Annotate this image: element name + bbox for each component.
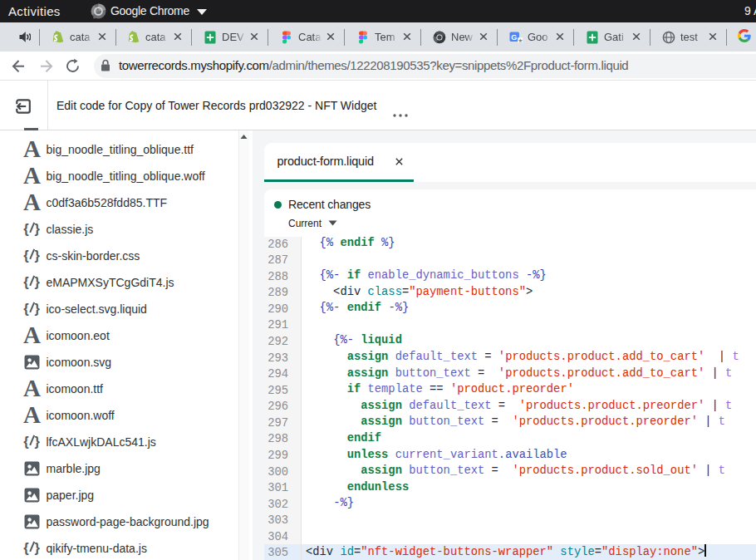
svg-text:{: {	[23, 248, 29, 263]
svg-text:G: G	[511, 33, 517, 42]
svg-text:}: }	[34, 274, 40, 289]
svg-text:}: }	[34, 221, 40, 236]
svg-text:}: }	[34, 248, 40, 263]
svg-text:}: }	[34, 301, 40, 316]
svg-text:{: {	[23, 301, 29, 316]
svg-text:}: }	[34, 540, 40, 555]
svg-text:{: {	[23, 274, 29, 289]
svg-text:}: }	[34, 434, 40, 449]
svg-text:★: ★	[518, 37, 523, 43]
svg-text:{: {	[23, 540, 29, 555]
svg-text:{: {	[23, 221, 29, 236]
svg-text:{: {	[23, 434, 29, 449]
